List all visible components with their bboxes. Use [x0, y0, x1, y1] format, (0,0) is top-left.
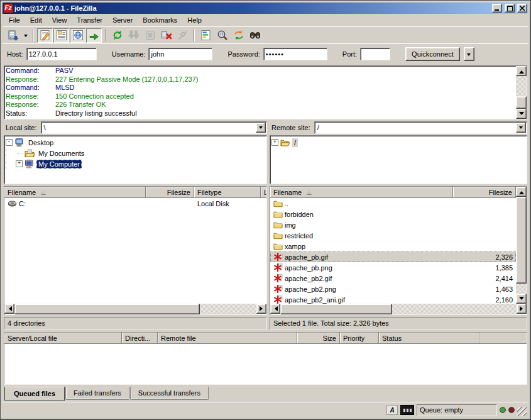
column-header-filesize[interactable]: Filesize — [146, 187, 194, 198]
scroll-down-button[interactable] — [516, 294, 527, 304]
menu-item-view[interactable]: View — [47, 14, 72, 26]
scroll-left-button[interactable] — [270, 304, 280, 314]
remote-file-row[interactable]: xampp — [270, 241, 516, 251]
scroll-up-button[interactable] — [516, 187, 527, 197]
transfer-queue-list[interactable] — [4, 344, 527, 384]
status-bar: A Queue: empty — [3, 402, 528, 417]
scroll-right-button[interactable] — [256, 304, 266, 314]
disconnect-button[interactable] — [158, 28, 174, 43]
log-line-label: Response: — [6, 92, 55, 101]
remote-file-row[interactable]: restricted — [270, 230, 516, 241]
refresh-button[interactable] — [109, 28, 125, 43]
scroll-track[interactable] — [516, 76, 527, 96]
tree-expander-plus-icon[interactable]: + — [16, 160, 23, 167]
column-header-filetype[interactable]: Filetype — [194, 187, 261, 198]
remote-site-dropdown-button[interactable] — [516, 123, 526, 133]
remote-file-row[interactable]: apache_pb.gif2,326 — [270, 251, 516, 262]
column-header-directi-[interactable]: Directi... — [122, 333, 158, 344]
column-header-blank[interactable] — [479, 333, 527, 344]
quickconnect-dropdown-button[interactable] — [464, 47, 474, 61]
scroll-track[interactable] — [200, 304, 256, 314]
scroll-thumb[interactable] — [280, 304, 392, 314]
local-file-row[interactable]: C:Local Disk — [4, 198, 266, 209]
directory-comparison-button[interactable] — [214, 28, 230, 43]
column-header-filesize[interactable]: Filesize — [453, 187, 516, 198]
remote-hscrollbar[interactable] — [270, 304, 527, 314]
local-hscrollbar[interactable] — [4, 304, 266, 314]
column-header-priority[interactable]: Priority — [340, 333, 379, 344]
toggle-transfer-queue-button[interactable] — [86, 28, 102, 43]
menu-item-bookmarks[interactable]: Bookmarks — [138, 14, 182, 26]
local-site-combo[interactable]: \ — [41, 121, 267, 134]
scroll-track[interactable] — [392, 304, 517, 314]
password-input[interactable] — [263, 48, 327, 60]
tree-expander-plus-icon[interactable]: + — [271, 139, 278, 146]
scroll-up-button[interactable] — [516, 66, 527, 76]
remote-file-row[interactable]: apache_pb.png1,385 — [270, 262, 516, 273]
port-input[interactable] — [360, 48, 390, 60]
local-tree-item-label: My Documents — [36, 149, 86, 158]
remote-file-row[interactable]: apache_pb2.gif2,414 — [270, 273, 516, 284]
file-name: C: — [19, 200, 26, 207]
column-header-remote-file[interactable]: Remote file — [158, 333, 297, 344]
maximize-button[interactable] — [505, 4, 515, 13]
file-name: apache_pb2_ani.gif — [285, 296, 345, 304]
column-header-l[interactable]: L — [261, 187, 266, 198]
toggle-remote-tree-button[interactable] — [70, 28, 85, 43]
column-header-filename[interactable]: Filename — [270, 187, 453, 198]
column-header-filename[interactable]: Filename — [4, 187, 146, 198]
column-header-size[interactable]: Size — [297, 333, 340, 344]
tab-failed-transfers[interactable]: Failed transfers — [65, 387, 129, 400]
window-resize-grip[interactable] — [517, 407, 527, 416]
scroll-right-button[interactable] — [517, 304, 527, 314]
local-tree-item[interactable]: +My Computer — [6, 158, 266, 169]
minimize-button[interactable] — [492, 4, 502, 13]
synchronized-browsing-button[interactable] — [231, 28, 246, 43]
column-header-status[interactable]: Status — [379, 333, 479, 344]
menu-item-edit[interactable]: Edit — [25, 14, 47, 26]
speed-limits-icon[interactable] — [400, 405, 414, 415]
column-header-server-local-file[interactable]: Server/Local file — [4, 333, 122, 344]
remote-file-row[interactable]: .. — [270, 198, 516, 209]
toggle-message-log-button[interactable] — [37, 28, 53, 43]
scroll-thumb[interactable] — [14, 304, 200, 314]
drive-icon — [8, 199, 17, 208]
remote-vscrollbar[interactable] — [516, 187, 527, 304]
directory-listing-filters-button[interactable] — [198, 28, 214, 43]
menu-item-help[interactable]: Help — [182, 14, 207, 26]
site-manager-button[interactable] — [5, 28, 21, 43]
toggle-local-tree-button[interactable] — [53, 28, 69, 43]
close-button[interactable] — [517, 4, 527, 13]
local-site-dropdown-button[interactable] — [256, 123, 266, 133]
remote-file-row[interactable]: apache_pb2_ani.gif2,160 — [270, 294, 516, 304]
find-files-button[interactable] — [247, 28, 263, 43]
local-tree-item[interactable]: My Documents — [6, 148, 266, 158]
tab-successful-transfers[interactable]: Successful transfers — [130, 387, 209, 400]
log-line-text: PASV — [55, 67, 74, 75]
scroll-thumb[interactable] — [516, 96, 527, 109]
log-line-label: Status: — [6, 109, 55, 118]
remote-tree-item[interactable]: +/ — [271, 137, 527, 148]
scroll-thumb[interactable] — [516, 197, 527, 284]
menu-item-server[interactable]: Server — [107, 14, 138, 26]
local-tree-item[interactable]: -Desktop — [6, 137, 266, 148]
remote-file-row[interactable]: forbidden — [270, 209, 516, 219]
scroll-left-button[interactable] — [4, 304, 14, 314]
scroll-down-button[interactable] — [516, 109, 527, 119]
file-type-cell: Local Disk — [194, 200, 261, 207]
scroll-track[interactable] — [516, 284, 527, 294]
remote-file-row[interactable]: img — [270, 219, 516, 230]
username-input[interactable] — [148, 48, 212, 60]
host-input[interactable] — [26, 48, 97, 60]
tab-queued-files[interactable]: Queued files — [4, 387, 65, 401]
remote-file-row[interactable]: apache_pb2.png1,463 — [270, 284, 516, 294]
site-manager-dropdown-button[interactable] — [21, 28, 30, 43]
log-vscrollbar[interactable] — [516, 66, 527, 119]
data-type-indicator-icon[interactable]: A — [386, 405, 398, 415]
remote-site-combo[interactable]: / — [314, 121, 527, 134]
title-bar[interactable]: Fz john@127.0.0.1 - FileZilla — [3, 3, 528, 14]
quickconnect-button[interactable]: Quickconnect — [405, 47, 460, 61]
menu-item-transfer[interactable]: Transfer — [72, 14, 107, 26]
tree-expander-minus-icon[interactable]: - — [6, 139, 13, 146]
menu-item-file[interactable]: File — [4, 14, 25, 26]
